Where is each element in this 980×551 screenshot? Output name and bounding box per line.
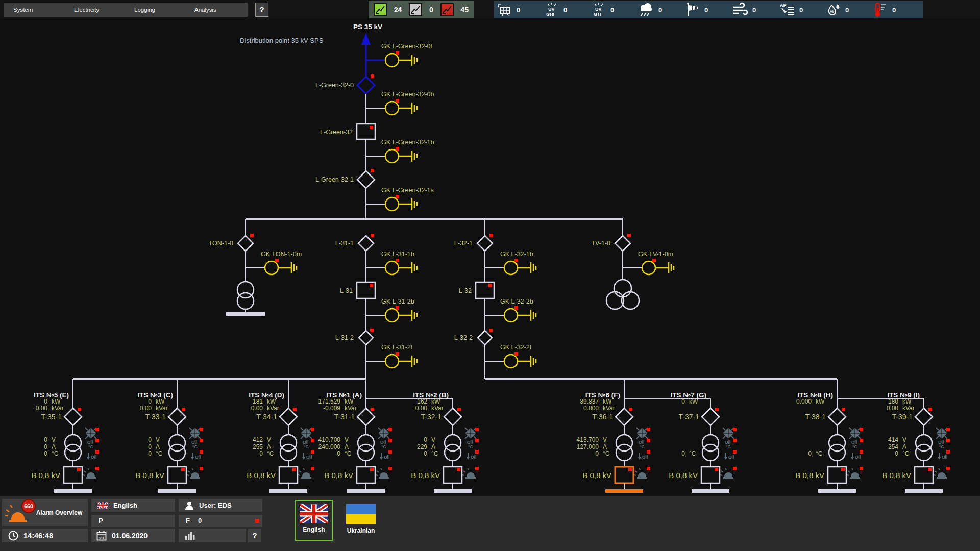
ua-flag-icon: [346, 504, 376, 524]
svg-text:V: V: [431, 436, 435, 443]
menu-item-analysis[interactable]: Analysis: [194, 3, 216, 17]
windsock-icon: [685, 2, 700, 17]
svg-text:0: 0: [148, 398, 152, 405]
precipitation-icon: [638, 2, 654, 17]
irradiance-gti-readout: UV GTI 0: [591, 2, 638, 17]
svg-text:kW: kW: [603, 398, 612, 405]
its-station: ITS №9 (I) 180 kW 0.00 kVar T-39-1 414 V…: [882, 391, 950, 493]
earthing-switch-gk-l-32-1b[interactable]: [485, 259, 536, 274]
svg-text:V: V: [902, 436, 906, 443]
clock-icon: [8, 531, 18, 541]
svg-text:kW: kW: [431, 398, 440, 405]
earthing-switch-gk-l-green-32-1s[interactable]: [366, 195, 417, 211]
svg-text:V: V: [603, 436, 607, 443]
alarm-dot: [371, 169, 374, 172]
svg-text:kVar: kVar: [431, 405, 444, 412]
english-label: English: [303, 526, 325, 533]
svg-text:-0.009: -0.009: [323, 405, 340, 412]
user-tile[interactable]: User: EDS: [179, 499, 262, 512]
svg-text:°C: °C: [156, 450, 163, 457]
its-station: ITS №2 (B) 162 kW 0.00 kVar T-32-1 0 V 2…: [411, 391, 479, 493]
time-value: 14:46:48: [23, 532, 53, 540]
disconnector-l-32-1[interactable]: [477, 236, 493, 251]
gk-label: GK L-32-2l: [500, 344, 531, 351]
disconnector-ton-1-0[interactable]: [238, 236, 253, 251]
svg-text:255: 255: [253, 443, 263, 450]
svg-text:171.529: 171.529: [318, 398, 341, 405]
bar-chart-icon: [185, 531, 196, 540]
disconnector-l-32-2[interactable]: [478, 331, 492, 345]
menu-item-logging[interactable]: Logging: [134, 3, 155, 17]
svg-text:V: V: [345, 436, 349, 443]
its-station: ITS №1 (A) 171.529 kW -0.009 kVar T-31-1…: [318, 391, 392, 493]
earthing-switch-gk-l-green-32-0l[interactable]: [385, 51, 417, 67]
switch-label: L-32: [459, 287, 472, 294]
gk-label: GK L-Green-32-1b: [381, 139, 434, 146]
svg-text:kVar: kVar: [603, 405, 615, 412]
svg-text:GTI: GTI: [594, 12, 601, 17]
alarm-overview-button[interactable]: 660 Alarm Overview: [2, 499, 88, 526]
earthing-switch-gk-l-32-2l[interactable]: [485, 352, 536, 368]
language-tile[interactable]: English: [91, 499, 175, 512]
disconnector-l-green-32-1[interactable]: [357, 171, 375, 188]
earthing-switch-gk-l-31-1b[interactable]: [366, 259, 417, 274]
svg-text:°C: °C: [603, 450, 610, 457]
p-button[interactable]: P: [91, 515, 175, 527]
gk-label: GK L-Green-32-0b: [381, 91, 434, 98]
lv-label: B 0,8 kV: [31, 471, 60, 480]
earthing-switch-gk-l-32-2b[interactable]: [485, 306, 536, 322]
lv-label: B 0,8 kV: [882, 471, 911, 480]
svg-text:kW: kW: [816, 398, 825, 405]
earthing-switch-gk-l-green-32-0b[interactable]: [366, 99, 417, 115]
lv-label: B 0,8 kV: [795, 471, 824, 480]
switch-label: L-Green-32-1: [315, 176, 354, 183]
irradiance-ghi-icon: UV GHI: [544, 2, 559, 17]
menu-item-system[interactable]: System: [13, 3, 33, 17]
svg-text:89.837: 89.837: [580, 398, 599, 405]
lv-busbar: [605, 489, 643, 493]
language-english-button[interactable]: English: [295, 500, 333, 541]
alarm-dot: [370, 329, 374, 332]
earthing-switch-gk-l-31-2l[interactable]: [366, 352, 417, 368]
alarm-dot: [371, 74, 374, 78]
disconnector-tv-1-0[interactable]: [615, 236, 630, 251]
switch-label: TON-1-0: [209, 240, 233, 247]
svg-text:kW: kW: [902, 398, 912, 405]
help-button[interactable]: ?: [255, 3, 268, 17]
alarm-dot: [489, 329, 493, 332]
help-button-bottom[interactable]: ?: [248, 529, 261, 542]
its-station: ITS №3 (C) 0 kW 0.00 kVar T-33-1 0 V 0 A…: [135, 391, 203, 493]
its-station: ITS №8 (H) 0.000 kW T-38-1 0 °C B 0,8 kV: [795, 391, 863, 493]
language-ukrainian-button[interactable]: Ukrainian: [341, 500, 381, 541]
svg-text:°C: °C: [345, 450, 352, 457]
earthing-switch-gk-l-31-2b[interactable]: [366, 306, 417, 322]
svg-text:kW: kW: [267, 398, 276, 405]
alarm-dot: [489, 234, 493, 237]
voltage-transformer-symbol: [614, 280, 631, 297]
svg-text:kVar: kVar: [156, 405, 168, 412]
svg-text:kW: kW: [689, 398, 698, 405]
comm-fail-count: 45: [460, 6, 469, 14]
comm-status-group[interactable]: 24 0 45: [369, 1, 474, 18]
chart-button[interactable]: [179, 529, 246, 542]
calendar-icon: 28: [96, 531, 107, 541]
time-display: 14:46:48: [2, 529, 88, 542]
disconnector-l-31-2[interactable]: [359, 331, 373, 345]
earthing-switch-gk-ton-1-0m[interactable]: [246, 259, 297, 274]
gk-label: GK L-31-2b: [381, 298, 414, 305]
svg-text:V: V: [156, 436, 160, 443]
svg-text:A: A: [267, 443, 271, 450]
earthing-switch-gk-tv-1-0m[interactable]: [623, 259, 674, 274]
svg-text:GHI: GHI: [546, 12, 554, 17]
f-tile[interactable]: F 0: [179, 515, 262, 527]
earthing-switch-gk-l-green-32-1b[interactable]: [366, 147, 417, 163]
disconnector-l-31-1[interactable]: [358, 236, 374, 251]
menu-bar: System Electricity Logging Analysis: [4, 3, 248, 17]
ukrainian-label: Ukrainian: [347, 527, 375, 534]
disconnector-l-green-32-0[interactable]: [357, 77, 375, 94]
gk-label: GK L-Green-32-1s: [381, 187, 434, 194]
menu-item-electricity[interactable]: Electricity: [74, 3, 99, 17]
alarm-dot: [250, 234, 254, 237]
alarm-dot: [371, 234, 374, 237]
svg-text:254: 254: [888, 443, 898, 450]
